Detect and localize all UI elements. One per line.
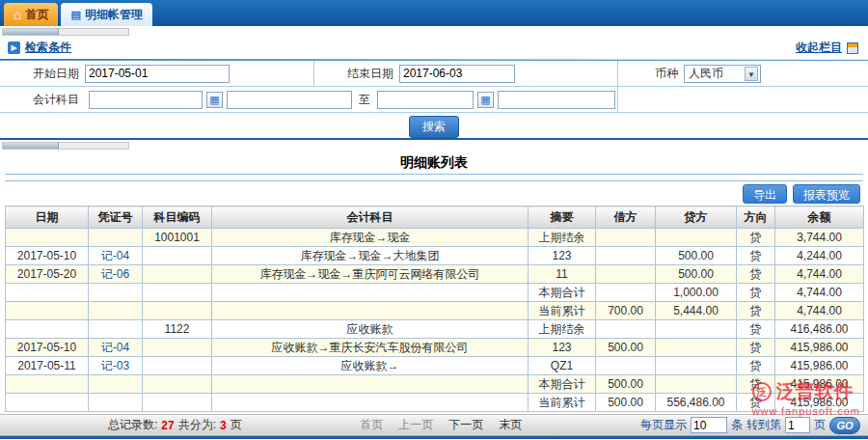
table-cell	[6, 302, 89, 320]
collapse-panel-link[interactable]: 收起栏目	[796, 40, 842, 56]
column-header: 会计科目	[212, 206, 529, 229]
end-date-field: 结束日期	[313, 61, 617, 86]
table-cell: 库存现金→现金→重庆阿可云网络有限公司	[212, 265, 529, 284]
start-date-input[interactable]	[85, 65, 230, 83]
document-icon: ▤	[70, 10, 80, 20]
voucher-link[interactable]: 记-03	[89, 357, 143, 375]
page-link-1[interactable]: 上一页	[398, 417, 433, 433]
voucher-link[interactable]: 记-04	[89, 339, 143, 357]
records-label: 总记录数:	[108, 417, 157, 433]
subject-from-input[interactable]	[89, 91, 203, 109]
subject-to-name-input[interactable]	[498, 91, 615, 109]
table-cell	[143, 247, 212, 265]
tab-home[interactable]: ⌂ 首页	[4, 3, 58, 26]
go-button[interactable]: GO	[829, 417, 860, 434]
scrollbar-thumb[interactable]	[3, 29, 59, 35]
table-cell	[6, 284, 89, 302]
table-cell: 2017-05-10	[6, 247, 89, 265]
subject-to-input[interactable]	[377, 91, 474, 109]
per-page-unit: 条	[731, 417, 743, 433]
table-row: 2017-05-10记-04库存现金→现金→大地集团123500.00贷4,24…	[6, 247, 864, 265]
empty-toolbar-band	[5, 174, 863, 181]
collapse-panel-icon[interactable]	[847, 42, 858, 54]
column-header: 日期	[6, 206, 89, 229]
table-cell: 贷	[737, 357, 775, 375]
search-form: 开始日期 结束日期 币种 人民币 ▼ 会计科目 ▦ 至 ▦ 搜索	[0, 60, 868, 137]
voucher-link[interactable]: 记-06	[89, 265, 143, 284]
column-header: 摘要	[529, 206, 596, 229]
tab-detail-ledger[interactable]: ▤ 明细帐管理	[61, 3, 151, 26]
table-cell: 2017-05-11	[6, 357, 89, 375]
search-button-row: 搜索	[0, 113, 868, 137]
table-cell: 贷	[737, 284, 775, 302]
currency-select[interactable]: 人民币 ▼	[684, 65, 761, 83]
empty-cell	[617, 87, 858, 112]
table-cell	[89, 375, 143, 394]
currency-selected-value: 人民币	[689, 66, 723, 82]
table-cell: 3,744.00	[775, 229, 864, 247]
search-conditions-header: ▶ 检索条件 收起栏目	[0, 38, 868, 59]
start-date-field: 开始日期	[0, 61, 313, 86]
table-cell: 500.00	[596, 394, 656, 412]
table-cell: 2017-05-20	[6, 265, 89, 284]
per-page-label: 每页显示	[640, 417, 687, 433]
table-cell: 1122	[143, 320, 212, 339]
table-cell: 700.00	[596, 302, 656, 320]
table-cell: 500.00	[596, 375, 656, 394]
table-cell	[212, 284, 529, 302]
subject-from-picker-icon[interactable]: ▦	[206, 92, 223, 108]
tab-bar: ⌂ 首页 ▤ 明细帐管理	[0, 0, 868, 26]
currency-label: 币种	[620, 66, 678, 82]
page-size-controls: 每页显示 条 转到第 页 GO	[640, 417, 860, 434]
expand-arrow-icon[interactable]: ▶	[8, 41, 20, 54]
search-button[interactable]: 搜索	[409, 116, 459, 138]
table-cell: 556,486.00	[656, 394, 737, 412]
subject-from-name-input[interactable]	[227, 91, 352, 109]
goto-page-input[interactable]	[785, 417, 810, 433]
table-cell	[212, 394, 529, 412]
table-cell	[89, 302, 143, 320]
column-header: 贷方	[656, 206, 737, 229]
report-preview-button[interactable]: 报表预览	[793, 184, 860, 204]
end-date-input[interactable]	[399, 65, 515, 83]
table-cell	[143, 357, 212, 375]
goto-label: 转到第	[746, 417, 781, 433]
export-button[interactable]: 导出	[743, 184, 787, 204]
table-cell	[143, 375, 212, 394]
table-cell	[143, 394, 212, 412]
table-cell: 5,444.00	[656, 302, 737, 320]
table-cell: 123	[529, 339, 596, 357]
table-cell	[656, 229, 737, 247]
table-header-row: 日期凭证号科目编码会计科目摘要借方贷方方向余额	[6, 206, 864, 229]
page-link-2[interactable]: 下一页	[448, 417, 483, 433]
table-cell: 应收账款→重庆长安汽车股份有限公司	[212, 339, 529, 357]
search-conditions-link[interactable]: 检索条件	[25, 40, 71, 56]
page-link-3[interactable]: 末页	[499, 417, 522, 433]
table-cell	[596, 284, 656, 302]
table-cell	[89, 394, 143, 412]
table-cell: 贷	[737, 320, 775, 339]
bottom-accent-line	[0, 436, 868, 439]
table-cell	[6, 375, 89, 394]
table-cell: 贷	[737, 229, 775, 247]
page-link-0[interactable]: 首页	[360, 417, 383, 433]
horizontal-scrollbar-top[interactable]	[2, 28, 129, 36]
voucher-link[interactable]: 记-04	[89, 247, 143, 265]
table-cell	[143, 339, 212, 357]
column-header: 凭证号	[89, 206, 143, 229]
tab-home-label: 首页	[25, 7, 48, 23]
horizontal-scrollbar-middle[interactable]	[2, 142, 129, 150]
table-cell: 500.00	[656, 265, 737, 284]
table-cell: 415,986.00	[775, 375, 864, 394]
tab-detail-ledger-label: 明细帐管理	[85, 7, 143, 23]
scrollbar-thumb[interactable]	[3, 143, 59, 149]
table-cell: 贷	[737, 339, 775, 357]
table-cell	[89, 229, 143, 247]
table-cell: 上期结余	[529, 229, 596, 247]
subject-to-picker-icon[interactable]: ▦	[477, 92, 494, 108]
pages-label: 共分为:	[178, 417, 216, 433]
per-page-input[interactable]	[691, 417, 727, 433]
search-form-row-1: 开始日期 结束日期 币种 人民币 ▼	[0, 61, 868, 87]
divider-dark	[0, 138, 868, 140]
subject-label: 会计科目	[2, 92, 79, 108]
